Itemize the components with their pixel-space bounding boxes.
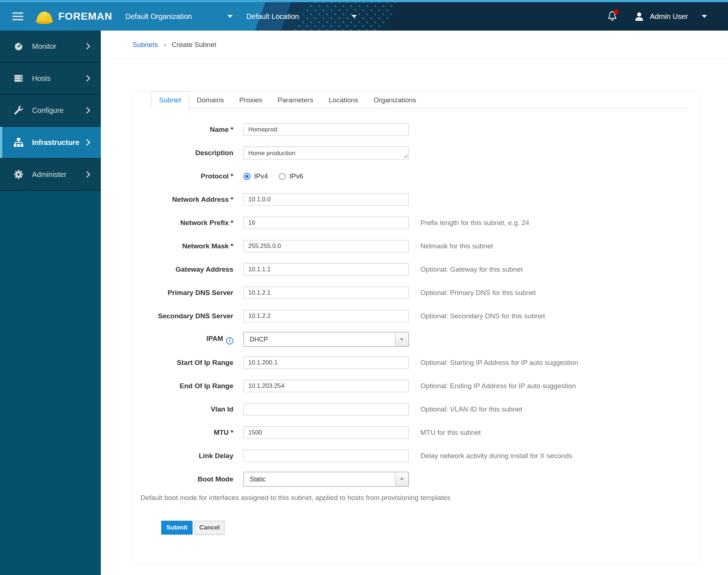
user-menu[interactable]: Admin User (650, 12, 688, 21)
network-prefix-help-text: Prefix length for this subnet, e.g. 24 (420, 219, 529, 227)
form-row-end-of-ip-range: End Of Ip RangeOptional: Ending IP Addre… (132, 374, 699, 398)
ipam-label: IPAMi (132, 335, 233, 344)
form-row-primary-dns-server: Primary DNS ServerOptional: Primary DNS … (132, 281, 699, 304)
mtu-control (244, 426, 409, 439)
boot-mode-control: Static (244, 472, 409, 487)
form-row-ipam: IPAMiDHCP (132, 328, 699, 351)
vlan-id-input[interactable] (244, 403, 409, 416)
ipam-select[interactable]: DHCP (244, 332, 409, 347)
secondary-dns-server-input[interactable] (244, 310, 409, 322)
mtu-input[interactable] (244, 426, 409, 439)
boot-mode-label: Boot Mode (132, 475, 233, 483)
notification-badge (614, 9, 619, 15)
tab-organizations[interactable]: Organizations (366, 91, 424, 109)
network-address-control (244, 193, 409, 206)
boot-mode-note: Default boot mode for interfaces assigne… (141, 494, 699, 502)
chevron-down-icon[interactable] (702, 15, 707, 18)
vlan-id-control (244, 403, 409, 416)
submit-button[interactable]: Submit (161, 521, 193, 535)
start-of-ip-range-label: Start Of Ip Range (132, 359, 233, 367)
form-row-boot-mode: Boot ModeStatic (132, 468, 699, 491)
wrench-icon (13, 105, 24, 116)
gateway-address-label: Gateway Address (132, 265, 233, 273)
network-mask-control (244, 240, 409, 252)
tab-proxies[interactable]: Proxies (232, 91, 270, 109)
top-navbar: FOREMAN Default Organization Default Loc… (0, 0, 728, 31)
organization-menu[interactable]: Default Organization (126, 12, 192, 21)
sidebar-item-administer[interactable]: Administer (0, 159, 101, 191)
sidebar-item-monitor[interactable]: Monitor (0, 31, 101, 63)
location-menu[interactable]: Default Location (246, 12, 299, 21)
network-address-label: Network Address * (132, 196, 233, 204)
form-row-start-of-ip-range: Start Of Ip RangeOptional: Starting IP A… (132, 351, 699, 374)
radio-option-ipv6: IPv6 (279, 172, 303, 180)
network-mask-input[interactable] (244, 240, 409, 252)
form-row-description: Description (132, 141, 699, 165)
select-dropdown-icon[interactable] (395, 332, 408, 346)
hamburger-menu-icon[interactable] (12, 12, 23, 20)
breadcrumb-item-create-subnet: Create Subnet (172, 41, 217, 49)
vlan-id-label: Vlan Id (132, 405, 233, 413)
tab-domains[interactable]: Domains (189, 91, 232, 109)
tab-locations[interactable]: Locations (321, 91, 366, 109)
breadcrumb-item-subnets[interactable]: Subnets (132, 41, 158, 49)
name-label: Name * (132, 126, 233, 134)
description-textarea[interactable] (244, 146, 409, 159)
ipv4-radio[interactable] (244, 173, 250, 180)
user-avatar-icon (633, 11, 645, 22)
secondary-dns-server-label: Secondary DNS Server (132, 312, 233, 320)
network-prefix-input[interactable] (244, 217, 409, 229)
description-label: Description (132, 149, 233, 157)
gauge-icon (13, 41, 24, 52)
form-row-name: Name * (132, 118, 699, 141)
gateway-address-help-text: Optional: Gateway for this subnet (420, 265, 523, 273)
link-delay-input[interactable] (244, 450, 409, 462)
protocol-radio-group: IPv4IPv6 (244, 172, 409, 180)
resize-handle-icon[interactable] (404, 154, 408, 158)
ipam-control: DHCP (244, 332, 409, 347)
vlan-id-help-text: Optional: VLAN ID for this subnet (420, 405, 522, 413)
description-control (244, 146, 409, 159)
sidebar-item-infrastructure[interactable]: Infrastructure (0, 127, 101, 159)
chevron-down-icon[interactable] (352, 15, 357, 18)
chevron-right-icon (86, 43, 91, 50)
hosts-icon (13, 73, 24, 84)
ipv6-radio-label: IPv6 (289, 172, 303, 180)
gateway-address-control (244, 263, 409, 276)
notifications-bell-icon[interactable] (607, 10, 618, 23)
start-of-ip-range-input[interactable] (244, 357, 409, 369)
sidebar-item-hosts[interactable]: Hosts (0, 63, 101, 95)
gateway-address-input[interactable] (244, 263, 409, 276)
cancel-button[interactable]: Cancel (194, 521, 225, 535)
form-row-vlan-id: Vlan IdOptional: VLAN ID for this subnet (132, 398, 699, 421)
end-of-ip-range-label: End Of Ip Range (132, 382, 233, 390)
subnet-form: Name *DescriptionProtocol *IPv4IPv6Netwo… (132, 109, 699, 491)
end-of-ip-range-input[interactable] (244, 380, 409, 392)
chevron-down-icon[interactable] (228, 15, 233, 18)
form-actions: Submit Cancel (161, 521, 699, 535)
form-row-protocol: Protocol *IPv4IPv6 (132, 165, 699, 188)
sidebar-item-label: Monitor (32, 42, 56, 51)
gear-icon (13, 169, 24, 180)
link-delay-help-text: Delay network activity during install fo… (420, 452, 572, 460)
tab-bar: SubnetDomainsProxiesParametersLocationsO… (151, 91, 688, 109)
sidebar-item-label: Infrastructure (32, 138, 79, 147)
boot-mode-select[interactable]: Static (244, 472, 409, 487)
tab-subnet[interactable]: Subnet (151, 91, 189, 109)
sidebar-item-configure[interactable]: Configure (0, 95, 101, 127)
brand-title: FOREMAN (58, 11, 112, 22)
primary-dns-server-help-text: Optional: Primary DNS for this subnet (420, 289, 536, 297)
select-dropdown-icon[interactable] (395, 472, 408, 486)
ipv6-radio[interactable] (279, 173, 286, 180)
link-delay-control (244, 450, 409, 462)
info-icon[interactable]: i (226, 337, 233, 344)
network-address-input[interactable] (244, 193, 409, 206)
name-input[interactable] (244, 123, 409, 136)
infrastructure-icon (13, 137, 24, 148)
primary-dns-server-input[interactable] (244, 287, 409, 299)
network-prefix-label: Network Prefix * (132, 219, 233, 227)
tab-parameters[interactable]: Parameters (270, 91, 321, 109)
sidebar-item-label: Configure (32, 106, 64, 115)
start-of-ip-range-help-text: Optional: Starting IP Address for IP aut… (420, 359, 578, 367)
chevron-right-icon (86, 139, 91, 146)
